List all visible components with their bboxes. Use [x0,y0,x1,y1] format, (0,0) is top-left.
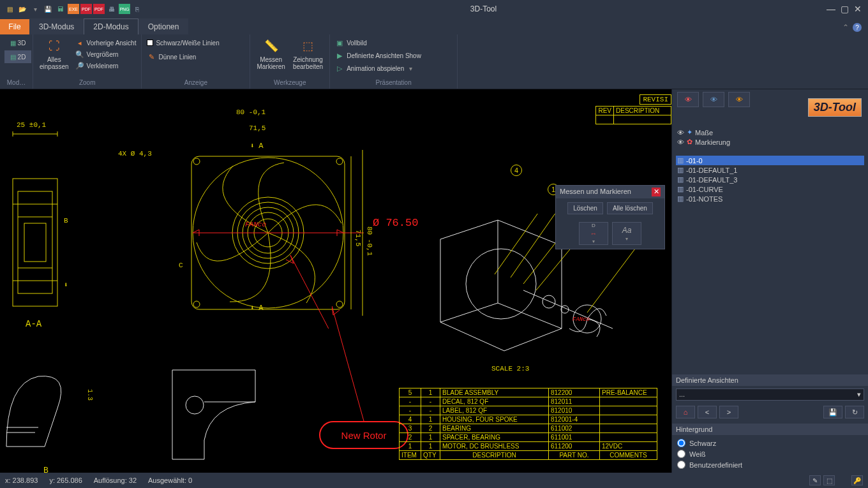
tab-optionen[interactable]: Optionen [138,18,189,34]
zoom-prev-button[interactable]: ◂Vorherige Ansicht [74,37,138,48]
iso-scale: SCALE 2:3 [491,365,529,373]
mode-3d-button[interactable]: ▦3D [4,36,31,49]
qa-dropdown-icon[interactable]: ▾ [29,4,41,14]
view-save-button[interactable]: 💾 [823,406,842,418]
measure-panel-close-icon[interactable]: ✕ [652,188,661,196]
view-home-button[interactable]: ⌂ [676,406,695,418]
qa-png-icon[interactable]: PNG [119,4,130,14]
tree-item[interactable]: ▥-01-0 [676,156,864,165]
zoom-in-button[interactable]: 🔍Vergrößern [74,48,138,60]
tree-item[interactable]: ▥-01-DEFAULT_1 [676,165,864,175]
status-tool-1[interactable]: ✎ [809,475,821,485]
delete-all-button[interactable]: Alle löschen [607,202,653,214]
app-title: 3D-Tool [147,4,820,13]
measure-mark-button[interactable]: 📏Messen Markieren [254,36,287,71]
tree-item[interactable]: ▥-01-NOTES [676,194,864,203]
quick-access-toolbar: ▤ 📂 ▾ 💾 🖬 EXE PDF PDF 🖶 PNG ⎘ [0,4,147,14]
ribbon-collapse-icon[interactable]: ⌃ [842,23,849,32]
eye-toggle-2[interactable]: 👁 [703,92,724,107]
qa-print-icon[interactable]: 🖶 [106,4,117,14]
qa-saveall-icon[interactable]: 🖬 [55,4,66,14]
mode-2d-button[interactable]: ▤2D [4,50,31,63]
defined-views-combo[interactable]: ...▾ [676,388,864,401]
window-controls: — ▢ ✕ [820,4,868,14]
zoom-fit-button[interactable]: ⛶Alles einpassen [37,36,71,71]
view-refresh-button[interactable]: ↻ [845,406,864,418]
eye-toggle-1[interactable]: 👁 [677,92,699,107]
bom-table: 51BLADE ASSEMBLY812200PRE-BALANCE--DECAL… [399,388,657,460]
sheet-icon: ▥ [677,185,684,193]
sheet-icon: ▥ [677,175,684,184]
tab-2d-modus[interactable]: 2D-Modus [84,18,138,34]
label-b2: B [43,466,49,473]
tree-item[interactable]: ▥-01-CURVE [676,184,864,194]
qa-exe-icon[interactable]: EXE [68,4,79,14]
bom-row: --DECAL, 812 QF812011 [400,397,657,406]
sheet-icon: ▥ [677,156,684,165]
bg-white-radio[interactable]: Weiß [677,448,863,459]
file-menu[interactable]: File [0,19,29,34]
bg-custom-radio[interactable]: Benutzerdefiniert [677,459,863,470]
logo-badge: 3D-Tool [802,89,868,125]
svg-point-40 [186,396,204,414]
distance-tool-button[interactable]: D↔▾ [579,222,608,245]
close-icon[interactable]: ✕ [854,4,862,14]
main-area: REVISI REVDESCRIPTION 25 ±0,1 A-A B ⬇ 4X… [0,89,868,473]
delete-button[interactable]: Löschen [567,202,603,214]
bw-lines-button[interactable]: Schwarz/Weiße Linien [146,37,220,48]
revision-header: REVISI [640,94,671,105]
status-tool-2[interactable]: ⬚ [823,475,835,485]
fullscreen-button[interactable]: ▣Vollbild [334,37,423,48]
fan-front-view [185,150,377,329]
ribbon: ▦3D ▤2D Mod… ⛶Alles einpassen ◂Vorherige… [0,34,868,89]
svg-line-33 [495,214,549,274]
view-prev-button[interactable]: < [698,406,717,418]
tab-3d-modus[interactable]: 3D-Modus [29,18,84,34]
right-panel: 👁 👁 👁 3D-Tool 👁✦Maße 👁✿Markierung ▥-01-0… [671,89,868,473]
maximize-icon[interactable]: ▢ [841,4,849,14]
edit-drawing-button[interactable]: ⬚Zeichnung bearbeiten [290,36,326,71]
qa-save-icon[interactable]: 💾 [42,4,54,14]
bg-black-radio[interactable]: Schwarz [677,438,863,448]
help-icon[interactable]: ? [853,23,862,32]
layer-mass[interactable]: 👁✦Maße [676,128,864,137]
play-animation-button[interactable]: ▷Animation abspielen▾ [334,63,423,74]
zoom-out-button[interactable]: 🔎Verkleinern [74,60,138,71]
status-selected: Ausgewählt: 0 [148,477,192,484]
zoom-out-icon: 🔎 [75,61,84,70]
qa-open-icon[interactable]: 📂 [17,4,28,14]
label-aa: A-A [26,319,41,329]
sheet-icon: ▥ [677,166,684,174]
svg-line-37 [587,249,635,313]
qa-copy-icon[interactable]: ⎘ [131,4,143,14]
eye-toggle-3[interactable]: 👁 [728,92,750,107]
text-markup-button[interactable]: Aa▾ [612,222,641,245]
eye-icon: 👁 [710,96,717,103]
defined-views-show-button[interactable]: ▶Definierte Ansichten Show [334,50,423,61]
bom-row: 51BLADE ASSEMBLY812200PRE-BALANCE [400,388,657,397]
svg-point-28 [466,249,536,319]
qa-3dpdf-icon[interactable]: PDF [80,4,92,14]
status-bar: x: 238.893 y: 265.086 Auflösung: 32 Ausg… [0,473,868,488]
eye-icon: 👁 [677,129,684,137]
svg-line-24 [290,255,332,329]
drawing-canvas[interactable]: REVISI REVDESCRIPTION 25 ±0,1 A-A B ⬇ 4X… [0,89,671,473]
status-tool-3[interactable]: 🔑 [851,475,863,485]
new-rotor-markup[interactable]: New Rotor [319,421,408,449]
defined-views-header: Definierte Ansichten [672,374,868,386]
qa-new-icon[interactable]: ▤ [4,4,15,14]
thin-lines-button[interactable]: ✎Dünne Linien [146,51,220,63]
group-presentation-caption: Präsentation [334,79,453,87]
group-modes-caption: Mod… [4,79,29,87]
layer-markup[interactable]: 👁✿Markierung [676,137,864,147]
group-tools-caption: Werkzeuge [254,79,326,87]
view-next-button[interactable]: > [719,406,738,418]
zoom-in-icon: 🔍 [75,50,84,59]
tree-item[interactable]: ▥-01-DEFAULT_3 [676,175,864,184]
minimize-icon[interactable]: — [827,4,835,14]
qa-pdf-icon[interactable]: PDF [93,4,105,14]
title-bar: ▤ 📂 ▾ 💾 🖬 EXE PDF PDF 🖶 PNG ⎘ 3D-Tool — … [0,0,868,18]
svg-point-30 [542,295,555,308]
background-options: Schwarz Weiß Benutzerdefiniert [672,435,868,473]
svg-point-16 [336,301,343,307]
